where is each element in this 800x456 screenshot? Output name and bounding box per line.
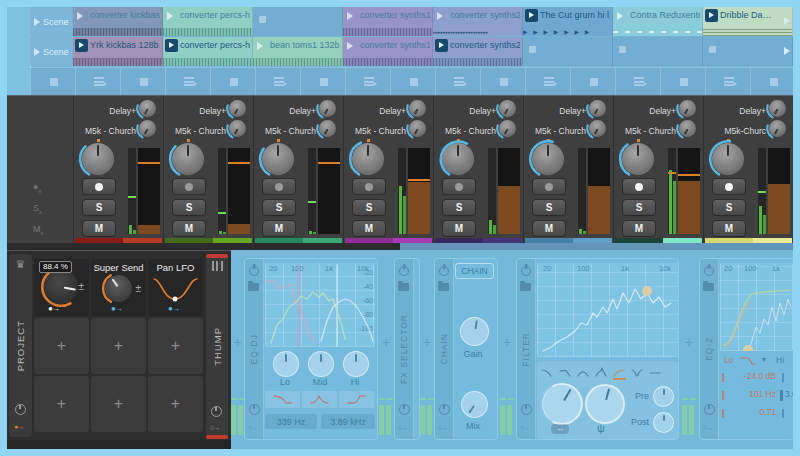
device-header-rail[interactable]: CHAIN○→ (435, 259, 454, 439)
clip-stop-cell[interactable] (480, 68, 526, 95)
mute-button[interactable]: M (442, 220, 476, 237)
send-knob[interactable] (229, 120, 246, 137)
clip-stop-cell[interactable] (345, 68, 391, 95)
clip-play-icon[interactable] (437, 12, 443, 20)
remote-controls-icon[interactable] (439, 404, 450, 415)
clip-stop-cell[interactable] (120, 68, 166, 95)
eq-band-knob[interactable] (343, 351, 369, 377)
clip-slot[interactable]: bean toms1 132b… (253, 37, 343, 66)
clip-stop-cell[interactable] (390, 68, 436, 95)
clip-stop-cell[interactable] (165, 68, 211, 95)
device-slot-name[interactable]: M5k - Church (526, 126, 586, 136)
send-knob[interactable] (769, 100, 786, 117)
device-header-rail[interactable]: FX SELECTOR○→ (395, 259, 414, 439)
clip-slot[interactable]: The Cut grum hi l…▶ ▶ ▶ ▶ ▶ ▶ ▶ (523, 7, 613, 36)
clip-play-icon[interactable] (347, 12, 353, 20)
record-arm-button[interactable] (82, 178, 116, 195)
device-fx-selector[interactable]: FX SELECTOR○→ (394, 258, 420, 440)
solo-button[interactable]: S (622, 199, 656, 216)
add-device-button[interactable]: + (231, 334, 244, 350)
volume-knob[interactable] (262, 143, 294, 175)
solo-button[interactable]: S (262, 199, 296, 216)
solo-button[interactable]: S (352, 199, 386, 216)
clip-play-icon[interactable] (167, 12, 173, 20)
param-value[interactable]: -24.0 dB (728, 371, 776, 381)
send-knob[interactable] (229, 100, 246, 117)
add-device-button[interactable]: + (679, 334, 699, 350)
add-device-button[interactable]: + (420, 334, 434, 350)
eq-band-knob[interactable] (273, 351, 299, 377)
clip-slot[interactable]: Contra Reduxentr… (613, 7, 703, 36)
device-slot-name[interactable]: M5k - Church (346, 126, 406, 136)
clip-play-icon[interactable] (525, 9, 538, 22)
chain-header[interactable]: CHAIN (455, 263, 494, 279)
device-header-rail[interactable]: EQ-2○→ (700, 259, 719, 439)
send-knob[interactable] (499, 100, 516, 117)
scene-header[interactable]: Scene 13 (30, 37, 72, 66)
send-knob[interactable] (139, 120, 156, 137)
device-slot-name[interactable]: M5k - Church (616, 126, 676, 136)
filter-type-button[interactable] (577, 364, 591, 378)
volume-knob[interactable] (622, 143, 654, 175)
device-slot-name[interactable]: Delay+ (616, 106, 676, 116)
send-knob[interactable] (769, 120, 786, 137)
record-clear-icon[interactable]: ●x (33, 182, 41, 194)
filter-shape-button[interactable] (302, 391, 337, 408)
volume-knob[interactable] (352, 143, 384, 175)
filter-shape-button[interactable] (339, 391, 374, 408)
solo-button[interactable]: S (712, 199, 746, 216)
mute-button[interactable]: M (82, 220, 116, 237)
add-modulator-cell[interactable]: + (34, 376, 89, 432)
clip-stop-cell[interactable] (750, 68, 796, 95)
scene-scroll-arrow[interactable] (784, 17, 790, 25)
modulation-route-icon[interactable]: ○→ (520, 424, 529, 431)
add-modulator-cell[interactable]: + (91, 376, 146, 432)
filter-type-button[interactable] (559, 364, 573, 378)
clip-slot[interactable]: converter synths2… (433, 37, 523, 66)
record-arm-button[interactable] (172, 178, 206, 195)
clip-play-icon[interactable] (435, 39, 448, 52)
clip-play-icon[interactable] (165, 39, 178, 52)
plus-minus-toggle[interactable]: ± (136, 283, 142, 294)
modulation-route-icon[interactable]: ○→ (398, 424, 407, 431)
device-slot-name[interactable]: Delay+ (166, 106, 226, 116)
clip-stop-cell[interactable] (255, 68, 301, 95)
clip-stop-cell[interactable] (525, 68, 571, 95)
clip-slot[interactable]: converter percs-h… (163, 37, 253, 66)
clip-stop-cell[interactable] (705, 68, 751, 95)
send-knob[interactable] (139, 100, 156, 117)
device-slot-name[interactable]: M5k - Church (436, 126, 496, 136)
send-knob[interactable] (319, 100, 336, 117)
modulation-route-icon[interactable]: ●→ (168, 304, 179, 313)
clip-play-icon[interactable] (347, 42, 353, 50)
record-arm-button[interactable] (442, 178, 476, 195)
device-eq-2[interactable]: EQ-2○→201001kLo▾Hi-24.0 dB101 Hz3.60.71 (699, 258, 794, 440)
volume-knob[interactable] (172, 143, 204, 175)
mute-button[interactable]: M (712, 220, 746, 237)
clip-slot[interactable]: converter synths1… (343, 7, 433, 36)
record-arm-button[interactable] (262, 178, 296, 195)
clip-slot[interactable]: converter synths1… (343, 37, 433, 66)
scene-scroll-arrow[interactable] (784, 47, 790, 55)
eq-band-knob[interactable] (308, 351, 334, 377)
clip-slot[interactable] (523, 37, 613, 66)
device-slot-name[interactable]: Delay+ (346, 106, 406, 116)
add-modulator-cell[interactable]: + (34, 318, 89, 374)
add-modulator-cell[interactable]: + (148, 376, 203, 432)
slope-icon[interactable]: ↔ (551, 424, 569, 434)
cutoff-knob[interactable] (541, 383, 583, 425)
clip-play-icon[interactable] (617, 12, 623, 20)
clip-play-icon[interactable] (257, 42, 263, 50)
filter-type-button[interactable] (613, 364, 627, 378)
band-hi-label[interactable]: Hi (776, 355, 784, 365)
macro-knob[interactable] (44, 270, 78, 304)
remote-controls-icon[interactable] (521, 404, 532, 415)
solo-button[interactable]: S (442, 199, 476, 216)
record-arm-button[interactable] (352, 178, 386, 195)
remote-controls-icon[interactable] (399, 404, 410, 415)
modulation-route-icon[interactable]: ○→ (703, 424, 712, 431)
send-knob[interactable] (679, 120, 696, 137)
param-value-right[interactable]: 3.6 (785, 389, 794, 399)
param-value[interactable]: 101 Hz (728, 389, 776, 399)
project-rail[interactable]: ♛ PROJECT ●→ (9, 254, 32, 437)
